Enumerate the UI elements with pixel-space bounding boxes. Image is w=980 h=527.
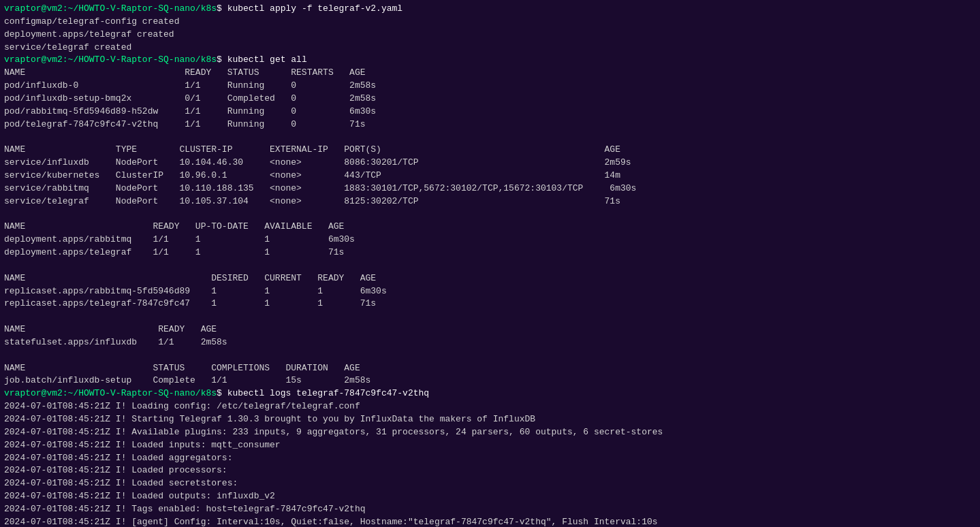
terminal-output-line: service/telegraf NodePort 10.105.37.104 …: [4, 195, 976, 208]
terminal-output-line: deployment.apps/telegraf 1/1 1 1 71s: [4, 246, 976, 259]
table-header: NAME TYPE CLUSTER-IP EXTERNAL-IP PORT(S)…: [4, 144, 976, 157]
command-text: $ kubectl logs telegraf-7847c9fc47-v2thq: [217, 388, 429, 398]
terminal-output-line: statefulset.apps/influxdb 1/1 2m58s: [4, 336, 976, 349]
table-header: NAME STATUS COMPLETIONS DURATION AGE: [4, 362, 976, 375]
terminal-output-line: replicaset.apps/telegraf-7847c9fc47 1 1 …: [4, 298, 976, 310]
command-text: $ kubectl apply -f telegraf-v2.yaml: [217, 3, 402, 14]
terminal-output-line: 2024-07-01T08:45:21Z I! Loaded processor…: [4, 464, 976, 477]
terminal-output-line: deployment.apps/telegraf created: [4, 29, 976, 42]
terminal-output-line: deployment.apps/rabbitmq 1/1 1 1 6m30s: [4, 234, 976, 246]
table-header: NAME READY AGE: [4, 323, 976, 336]
terminal-output-line: service/kubernetes ClusterIP 10.96.0.1 <…: [4, 170, 976, 182]
terminal-output-line: 2024-07-01T08:45:21Z I! Loaded aggregato…: [4, 452, 976, 465]
terminal-output-line: pod/influxdb-setup-bmq2x 0/1 Completed 0…: [4, 93, 976, 106]
terminal-output-line: configmap/telegraf-config created: [4, 16, 976, 29]
terminal-output-line: 2024-07-01T08:45:21Z I! Loaded secretsto…: [4, 477, 976, 490]
command-text: $ kubectl get all: [217, 54, 307, 65]
terminal-output-line: 2024-07-01T08:45:21Z I! Loaded inputs: m…: [4, 439, 976, 452]
terminal-output-line: service/telegraf created: [4, 42, 976, 54]
terminal-output-line: job.batch/influxdb-setup Complete 1/1 15…: [4, 374, 976, 387]
terminal-prompt-line: vraptor@vm2:~/HOWTO-V-Raptor-SQ-nano/k8s…: [4, 3, 976, 16]
terminal-output-line: 2024-07-01T08:45:21Z I! Available plugin…: [4, 426, 976, 439]
terminal-prompt-line: vraptor@vm2:~/HOWTO-V-Raptor-SQ-nano/k8s…: [4, 387, 976, 400]
prompt-text: vraptor@vm2:~/HOWTO-V-Raptor-SQ-nano/k8s: [4, 3, 217, 14]
terminal-output-line: service/rabbitmq NodePort 10.110.188.135…: [4, 182, 976, 195]
table-header: NAME DESIRED CURRENT READY AGE: [4, 272, 976, 285]
terminal-output-line: replicaset.apps/rabbitmq-5fd5946d89 1 1 …: [4, 285, 976, 298]
terminal-output-line: pod/rabbitmq-5fd5946d89-h52dw 1/1 Runnin…: [4, 106, 976, 118]
terminal-output-line: 2024-07-01T08:45:21Z I! Loading config: …: [4, 400, 976, 413]
prompt-text: vraptor@vm2:~/HOWTO-V-Raptor-SQ-nano/k8s: [4, 54, 217, 65]
terminal-output-line: service/influxdb NodePort 10.104.46.30 <…: [4, 157, 976, 170]
table-header: NAME READY UP-TO-DATE AVAILABLE AGE: [4, 221, 976, 234]
terminal: vraptor@vm2:~/HOWTO-V-Raptor-SQ-nano/k8s…: [0, 0, 980, 527]
terminal-output-line: pod/telegraf-7847c9fc47-v2thq 1/1 Runnin…: [4, 118, 976, 131]
terminal-output-line: 2024-07-01T08:45:21Z I! Tags enabled: ho…: [4, 503, 976, 516]
terminal-output-line: 2024-07-01T08:45:21Z I! Loaded outputs: …: [4, 490, 976, 503]
terminal-output-line: 2024-07-01T08:45:21Z I! [agent] Config: …: [4, 516, 976, 527]
terminal-output-line: pod/influxdb-0 1/1 Running 0 2m58s: [4, 80, 976, 93]
terminal-prompt-line: vraptor@vm2:~/HOWTO-V-Raptor-SQ-nano/k8s…: [4, 54, 976, 67]
prompt-text: vraptor@vm2:~/HOWTO-V-Raptor-SQ-nano/k8s: [4, 388, 217, 398]
table-header: NAME READY STATUS RESTARTS AGE: [4, 67, 976, 80]
terminal-output-line: 2024-07-01T08:45:21Z I! Starting Telegra…: [4, 413, 976, 426]
